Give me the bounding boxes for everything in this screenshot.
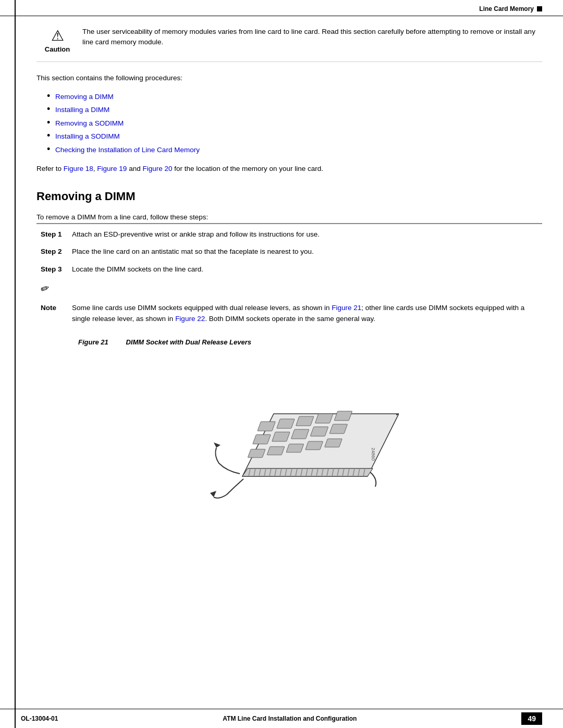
installing-dimm-link[interactable]: Installing a DIMM [55,104,109,116]
bullet-icon: • [47,104,55,114]
svg-rect-5 [315,414,333,423]
figure20-link[interactable]: Figure 20 [142,165,172,172]
caution-icon-area: ⚠ Caution [36,27,78,53]
dimm-svg: 24860 [180,356,399,513]
header-title: Line Card Memory [479,5,534,13]
note-label: Note [36,300,68,328]
list-item: • Removing a DIMM [47,91,542,103]
figure19-link[interactable]: Figure 19 [97,165,127,172]
refer-text: Refer to Figure 18, Figure 19 and Figure… [36,163,542,175]
step-3-row: Step 3 Locate the DIMM sockets on the li… [36,261,542,278]
svg-rect-10 [310,427,328,436]
figure-caption-text: DIMM Socket with Dual Release Levers [126,338,251,346]
page-header: Line Card Memory [0,0,563,16]
installing-sodimm-link[interactable]: Installing a SODIMM [55,131,120,142]
step3-label: Step 3 [36,261,68,278]
header-decoration [537,6,542,11]
svg-rect-13 [267,447,285,455]
svg-rect-16 [325,439,342,447]
footer-doc-title: ATM Line Card Installation and Configura… [223,715,357,722]
figure21-link[interactable]: Figure 21 [332,304,361,312]
removing-sodimm-link[interactable]: Removing a SODIMM [55,118,124,129]
footer-page-number-area: 49 [521,712,542,725]
note-pencil-icon: ✏ [38,279,52,298]
svg-rect-2 [258,422,276,431]
svg-rect-7 [253,435,271,444]
svg-rect-11 [329,424,348,434]
step3-content: Locate the DIMM sockets on the line card… [68,261,542,278]
note-text: Some line cards use DIMM sockets equippe… [68,300,542,328]
step2-content: Place the line card on an antistatic mat… [68,243,542,261]
caution-text: The user serviceability of memory module… [78,27,542,48]
step2-label: Step 2 [36,243,68,261]
left-border [15,0,16,728]
figure22-link[interactable]: Figure 22 [175,315,205,323]
removing-dimm-link[interactable]: Removing a DIMM [55,91,114,103]
svg-rect-6 [334,411,352,421]
list-item: • Installing a DIMM [47,104,542,116]
bullet-icon: • [47,91,55,101]
steps-intro: To remove a DIMM from a line card, follo… [36,212,542,223]
note-row: Note Some line cards use DIMM sockets eq… [36,300,542,328]
svg-rect-3 [277,419,295,428]
dimm-figure: 24860 [36,351,542,528]
checking-installation-link[interactable]: Checking the Installation of Line Card M… [55,144,200,156]
list-item: • Installing a SODIMM [47,131,542,142]
note-icon-row: ✏ [36,278,542,300]
svg-rect-9 [291,429,309,439]
bullet-icon: • [47,131,55,140]
steps-table: Step 1 Attach an ESD-preventive wrist or… [36,223,542,328]
footer-page-number: 49 [521,712,542,725]
list-item: • Checking the Installation of Line Card… [47,144,542,156]
page-footer: OL-13004-01 ATM Line Card Installation a… [0,709,563,728]
svg-rect-4 [296,416,314,426]
footer-doc-number: OL-13004-01 [21,715,58,722]
step-1-row: Step 1 Attach an ESD-preventive wrist or… [36,226,542,243]
step-2-row: Step 2 Place the line card on an antista… [36,243,542,261]
list-item: • Removing a SODIMM [47,118,542,129]
caution-triangle-icon: ⚠ [51,29,64,43]
figure-caption: Figure 21 DIMM Socket with Dual Release … [78,338,542,346]
caution-section: ⚠ Caution The user serviceability of mem… [36,27,542,62]
procedures-list: • Removing a DIMM • Installing a DIMM • … [47,91,542,156]
svg-rect-8 [272,432,290,441]
main-content: ⚠ Caution The user serviceability of mem… [5,16,563,560]
svg-rect-14 [286,444,304,452]
bullet-icon: • [47,118,55,127]
svg-text:24860: 24860 [371,448,376,461]
bullet-icon: • [47,144,55,154]
svg-rect-15 [305,441,323,450]
caution-label: Caution [45,45,70,53]
procedures-intro: This section contains the following proc… [36,72,542,84]
figure-number: Figure 21 [78,338,108,346]
step1-content: Attach an ESD-preventive wrist or ankle … [68,226,542,243]
step1-label: Step 1 [36,226,68,243]
section-heading: Removing a DIMM [36,190,542,203]
figure18-link[interactable]: Figure 18 [64,165,93,172]
svg-rect-12 [248,449,265,458]
